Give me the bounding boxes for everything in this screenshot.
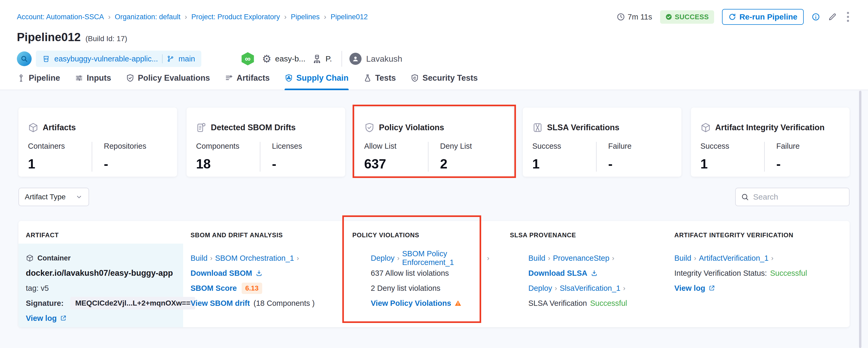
slsa-icon	[532, 122, 543, 133]
stat-value: -	[104, 156, 167, 172]
artifact-image-name: docker.io/lavakush07/easy-buggy-app	[26, 269, 179, 278]
stat-value: 1	[532, 156, 596, 172]
meta-row: easybuggy-vulnerable-applic... main ∞ ⚙ …	[17, 51, 851, 67]
view-log-link[interactable]: View log	[674, 284, 705, 293]
sliders-icon	[75, 74, 83, 82]
stat-value: -	[272, 156, 336, 172]
sbom-cell: Build › SBOM Orchestration_1 › Download …	[190, 254, 338, 314]
user-name: Lavakush	[366, 54, 402, 64]
column-header-artifact: ARTIFACT	[26, 231, 59, 239]
signature-label: Signature:	[26, 299, 63, 308]
step-link[interactable]: SlsaVerification_1	[560, 284, 621, 293]
tab-label: Pipeline	[29, 73, 60, 83]
search-input[interactable]	[753, 193, 844, 201]
info-icon[interactable]	[812, 13, 820, 21]
stat-value: 637	[364, 156, 428, 172]
stat-success: Success 1	[701, 142, 764, 172]
repo-branch-pill[interactable]: easybuggy-vulnerable-applic... main	[36, 51, 201, 67]
branch-name[interactable]: main	[178, 55, 195, 63]
stat-value: -	[776, 156, 840, 172]
meta-divider	[342, 51, 342, 67]
card-slsa-verifications: SLSA Verifications Success 1 Failure -	[523, 108, 681, 177]
view-policy-violations-link[interactable]: View Policy Violations	[371, 299, 451, 308]
step-link[interactable]: SBOM Orchestration_1	[215, 254, 294, 263]
step-link[interactable]: ArtifactVerification_1	[699, 254, 768, 263]
list-plus-icon	[225, 74, 233, 82]
title-row: Pipeline012 (Build Id: 17)	[17, 31, 851, 44]
slsa-status-value: Successful	[590, 299, 627, 308]
stat-label: Deny List	[440, 142, 504, 150]
tab-supply-chain[interactable]: Supply Chain	[285, 73, 349, 90]
header-actions: 7m 11s SUCCESS Re-run Pipeline	[617, 9, 851, 25]
sbom-score-badge: 6.13	[242, 283, 262, 294]
vertical-scrollbar[interactable]	[859, 91, 861, 348]
infinity-glyph: ∞	[245, 54, 251, 63]
artifacts-table: ARTIFACT SBOM AND DRIFT ANALYSIS POLICY …	[19, 221, 849, 327]
security-shield-icon	[410, 74, 419, 82]
stage-link[interactable]: Build	[190, 254, 208, 263]
tab-inputs[interactable]: Inputs	[75, 73, 111, 90]
stage-link[interactable]: Deploy	[528, 284, 552, 293]
stage-link[interactable]: Build	[674, 254, 691, 263]
artifact-type-label: Container	[37, 254, 71, 262]
chevron-separator: ›	[297, 254, 299, 262]
deny-list-violations: 2 Deny list violations	[371, 284, 492, 293]
breadcrumb-organization[interactable]: Organization: default	[115, 13, 181, 21]
step-link[interactable]: ProvenanceStep	[553, 254, 609, 263]
download-slsa-row: Download SLSA	[528, 269, 671, 278]
stage-link[interactable]: Build	[528, 254, 546, 263]
signature-value[interactable]: MEQCICde2Vjl...L+2+mqnOXw==	[70, 297, 195, 310]
breadcrumb-pipeline012[interactable]: Pipeline012	[331, 13, 368, 21]
download-icon	[591, 269, 598, 277]
download-sbom-link[interactable]: Download SBOM	[190, 269, 252, 278]
view-sbom-drift-link[interactable]: View SBOM drift	[190, 299, 250, 308]
tab-artifacts[interactable]: Artifacts	[225, 73, 270, 90]
pipeline-icon	[17, 74, 25, 82]
tab-security-tests[interactable]: Security Tests	[410, 73, 478, 90]
chevron-separator: ›	[555, 284, 557, 292]
page-title: Pipeline012	[17, 31, 81, 44]
view-log-link[interactable]: View log	[26, 314, 57, 323]
tab-tests[interactable]: Tests	[363, 73, 396, 90]
artifact-tag: tag: v5	[26, 284, 179, 293]
rerun-pipeline-button[interactable]: Re-run Pipeline	[722, 9, 804, 25]
column-header-sbom: SBOM AND DRIFT ANALYSIS	[190, 231, 283, 239]
harness-trigger-icon: ∞	[241, 52, 254, 65]
cube-icon	[28, 122, 38, 133]
execution-duration: 7m 11s	[617, 13, 652, 21]
status-badge: SUCCESS	[660, 10, 714, 24]
artifact-type-dropdown[interactable]: Artifact Type	[19, 188, 89, 206]
search-box	[735, 188, 849, 206]
service-short-name: P.	[326, 54, 332, 63]
tab-label: Inputs	[87, 73, 111, 83]
download-slsa-link[interactable]: Download SLSA	[528, 269, 587, 278]
pipeline-short-name: easy-b...	[275, 54, 305, 63]
artifact-cell: Container docker.io/lavakush07/easy-bugg…	[26, 254, 179, 329]
card-title: SLSA Verifications	[547, 123, 620, 132]
stat-label: Repositories	[104, 142, 167, 150]
breadcrumb-project[interactable]: Project: Product Exploratory	[191, 13, 280, 21]
sbom-score-label[interactable]: SBOM Score	[190, 284, 237, 293]
drift-components-note: (18 Components )	[253, 299, 315, 308]
stat-label: Licenses	[272, 142, 336, 150]
chevron-down-icon	[75, 193, 83, 201]
repo-name[interactable]: easybuggy-vulnerable-applic...	[54, 55, 158, 63]
gear-icon: ⚙	[262, 54, 271, 64]
breadcrumb-pipelines[interactable]: Pipelines	[291, 13, 320, 21]
stat-label: Containers	[28, 142, 92, 150]
stat-label: Failure	[608, 142, 672, 150]
pill-divider	[162, 54, 163, 63]
stage-link[interactable]: Deploy	[371, 254, 395, 263]
stat-label: Failure	[776, 142, 840, 150]
slsa-status-label: SLSA Verification	[528, 299, 587, 308]
tab-pipeline[interactable]: Pipeline	[17, 73, 60, 90]
edit-pencil-icon[interactable]	[828, 12, 837, 21]
breadcrumb-account[interactable]: Account: Automation-SSCA	[17, 13, 104, 21]
step-link[interactable]: SBOM Policy Enforcement_1	[402, 250, 484, 267]
more-options-icon[interactable]	[845, 11, 851, 23]
tab-policy-evaluations[interactable]: Policy Evaluations	[126, 73, 210, 90]
stat-value: 1	[701, 156, 764, 172]
user-avatar-icon	[349, 53, 362, 65]
download-sbom-row: Download SBOM	[190, 269, 338, 278]
card-title: Policy Violations	[379, 123, 444, 132]
